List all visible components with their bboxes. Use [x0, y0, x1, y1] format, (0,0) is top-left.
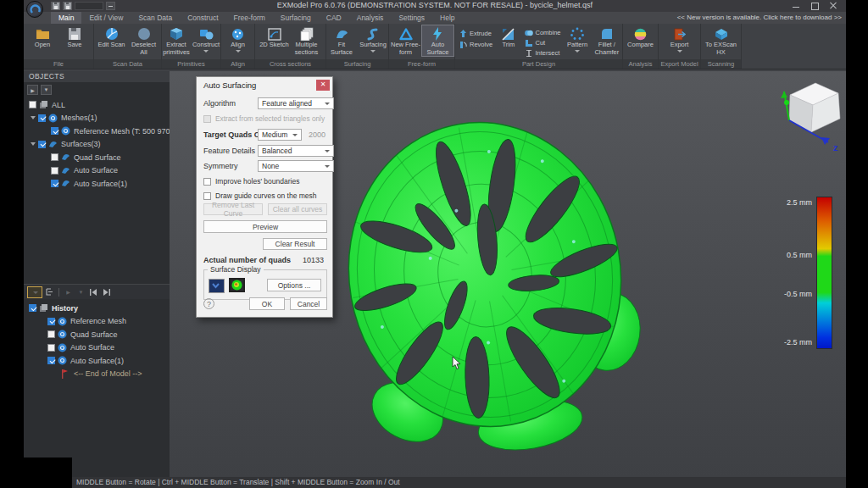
maximize-button[interactable] — [805, 0, 824, 11]
checkbox[interactable] — [47, 330, 55, 338]
history-item-quad-surface[interactable]: Quad Surface — [24, 328, 170, 341]
extract-primitives-button[interactable]: Extract primitives — [162, 25, 191, 56]
dialog-close-icon[interactable]: ✕ — [316, 80, 330, 91]
expander-icon[interactable] — [31, 142, 36, 146]
dialog-title-bar[interactable]: Auto Surfacing ✕ — [197, 77, 332, 92]
help-button[interactable]: ? — [203, 298, 214, 309]
list-view-icon[interactable] — [27, 286, 42, 298]
checkbox[interactable] — [51, 153, 58, 161]
save-button[interactable]: Save — [59, 25, 91, 49]
tab-help[interactable]: Help — [432, 12, 462, 24]
auto-surface-button[interactable]: Auto Surface — [422, 25, 453, 56]
cut-button[interactable]: Cut — [522, 38, 564, 47]
close-button[interactable] — [824, 0, 843, 11]
history-item-auto-surface-1[interactable]: Auto Surface(1) — [24, 354, 170, 368]
checkbox[interactable] — [47, 357, 55, 364]
open-button[interactable]: Open — [27, 25, 58, 49]
to-exscan-hx-button[interactable]: To EXScan HX — [703, 25, 740, 56]
pattern-button[interactable]: Pattern — [565, 25, 591, 53]
symmetry-select[interactable]: None — [258, 160, 334, 172]
deselect-all-button[interactable]: Deselect All — [128, 25, 159, 56]
history-item-auto-surface[interactable]: Auto Surface — [24, 341, 170, 355]
tab-cad[interactable]: CAD — [319, 12, 349, 24]
fit-surface-button[interactable]: Fit Surface — [326, 25, 357, 56]
tree-item-all[interactable]: ALL — [24, 98, 170, 112]
history-end-of-model: <-- End of Model --> — [24, 368, 170, 381]
chevron-down-icon — [370, 50, 376, 53]
tree-item-surfaces[interactable]: Surfaces(3) — [24, 138, 170, 152]
minimize-button[interactable] — [787, 0, 805, 11]
combine-button[interactable]: Combine — [522, 28, 564, 37]
tab-edit-view[interactable]: Edit / View — [81, 12, 131, 24]
tab-surfacing[interactable]: Surfacing — [273, 12, 319, 24]
tree-item-reference-mesh[interactable]: Reference Mesh (T: 500 970) — [24, 125, 170, 138]
checkbox[interactable] — [203, 192, 211, 200]
tab-settings[interactable]: Settings — [391, 12, 432, 24]
surfacing-button[interactable]: Surfacing — [358, 25, 388, 53]
deviation-display-button[interactable] — [229, 278, 245, 292]
solid-display-button[interactable] — [209, 279, 225, 293]
algorithm-select[interactable]: Feature aligned — [258, 97, 334, 109]
checkbox[interactable] — [51, 167, 58, 175]
filter-show-icon[interactable]: ▶ — [63, 286, 74, 297]
checkbox[interactable] — [47, 318, 55, 325]
view-cube[interactable]: z — [776, 75, 846, 156]
options-button[interactable]: Options ... — [267, 279, 321, 291]
remove-last-curve-button[interactable]: Remove Last Curve — [203, 203, 263, 215]
tab-scan-data[interactable]: Scan Data — [131, 12, 180, 24]
extrude-button[interactable]: Extrude — [457, 28, 495, 38]
app-logo-icon[interactable] — [26, 1, 43, 18]
fillet-chamfer-button[interactable]: Fillet / Chamfer — [592, 25, 622, 56]
ribbon-group-cross-sections: 2D Sketch Multiple sections Cross sectio… — [255, 24, 326, 69]
intersect-button[interactable]: Intersect — [522, 48, 564, 58]
tree-item-meshes[interactable]: Meshes(1) — [24, 112, 170, 125]
update-notification-link[interactable]: << New version is available. Click here … — [677, 14, 842, 21]
cancel-button[interactable]: Cancel — [290, 297, 327, 310]
checkbox[interactable] — [29, 101, 36, 108]
new-free-form-button[interactable]: New Free-form — [390, 25, 421, 56]
construct-button[interactable]: Construct — [192, 25, 220, 53]
preview-button[interactable]: Preview — [203, 220, 327, 233]
skip-to-start-icon[interactable] — [88, 286, 99, 297]
tree-item-auto-surface-1[interactable]: Auto Surface(1) — [24, 177, 170, 191]
tree-view-icon[interactable] — [44, 286, 55, 297]
improve-holes-checkbox-row[interactable]: Improve holes' boundaries — [203, 175, 326, 187]
filter-hide-icon[interactable]: ▼ — [41, 85, 52, 95]
history-item-reference-mesh[interactable]: Reference Mesh — [24, 315, 170, 329]
checkbox[interactable] — [203, 115, 211, 123]
ok-button[interactable]: OK — [249, 297, 285, 310]
multiple-sections-button[interactable]: Multiple sections — [291, 25, 322, 56]
clear-result-button[interactable]: Clear Result — [263, 238, 327, 250]
filter-show-icon[interactable]: ▶ — [27, 85, 38, 95]
expander-icon[interactable] — [31, 116, 36, 119]
trim-button[interactable]: Trim — [496, 25, 520, 49]
tab-main[interactable]: Main — [51, 12, 81, 24]
checkbox[interactable] — [29, 304, 36, 312]
skip-to-end-icon[interactable] — [101, 286, 112, 297]
filter-hide-icon[interactable]: ▼ — [75, 286, 86, 297]
checkbox[interactable] — [38, 141, 46, 148]
checkbox[interactable] — [38, 114, 46, 122]
checkbox[interactable] — [51, 127, 58, 135]
edit-scan-button[interactable]: Edit Scan — [96, 25, 127, 49]
tab-analysis[interactable]: Analysis — [349, 12, 392, 24]
revolve-button[interactable]: Revolve — [457, 39, 495, 49]
export-button[interactable]: Export — [664, 25, 695, 53]
tab-free-form[interactable]: Free-form — [226, 12, 273, 24]
ribbon-group-label: Cross sections — [255, 59, 326, 69]
extract-triangles-checkbox-row[interactable]: Extract from selected triangles only — [203, 113, 326, 125]
checkbox[interactable] — [51, 180, 58, 187]
tree-item-quad-surface[interactable]: Quad Surface — [24, 151, 170, 164]
target-quads-select[interactable]: Medium — [258, 129, 302, 141]
checkbox[interactable] — [203, 178, 211, 186]
tab-construct[interactable]: Construct — [180, 12, 225, 24]
align-button[interactable]: Align — [222, 25, 253, 53]
tree-item-auto-surface[interactable]: Auto Surface — [24, 164, 170, 178]
draw-guide-curves-checkbox-row[interactable]: Draw guide curves on the mesh — [203, 190, 326, 202]
clear-all-curves-button[interactable]: Clear all curves — [268, 203, 327, 215]
checkbox[interactable] — [47, 344, 55, 352]
2d-sketch-button[interactable]: 2D Sketch — [259, 25, 290, 49]
compare-button[interactable]: Compare — [625, 25, 656, 49]
feature-details-select[interactable]: Balanced — [258, 145, 334, 157]
history-root[interactable]: History — [24, 302, 170, 315]
